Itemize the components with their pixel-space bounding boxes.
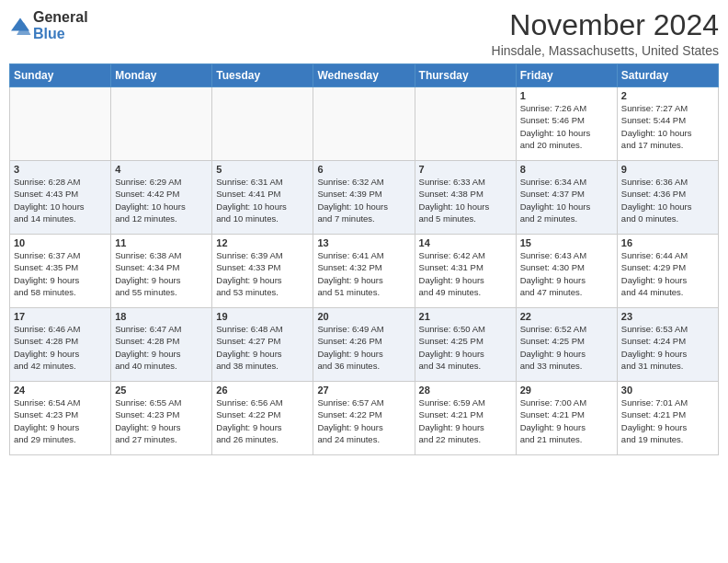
- day-number: 30: [621, 385, 714, 396]
- weekday-header: Thursday: [415, 64, 516, 87]
- calendar-day-cell: 28Sunrise: 6:59 AM Sunset: 4:21 PM Dayli…: [415, 382, 516, 455]
- calendar-week-row: 10Sunrise: 6:37 AM Sunset: 4:35 PM Dayli…: [10, 235, 719, 308]
- day-number: 19: [216, 311, 309, 322]
- calendar-day-cell: 29Sunrise: 7:00 AM Sunset: 4:21 PM Dayli…: [516, 382, 617, 455]
- day-number: 4: [115, 164, 208, 175]
- weekday-header: Monday: [111, 64, 212, 87]
- day-number: 10: [14, 237, 107, 248]
- logo-blue: Blue: [33, 26, 88, 42]
- calendar-day-cell: 9Sunrise: 6:36 AM Sunset: 4:36 PM Daylig…: [617, 161, 718, 235]
- calendar-table: SundayMondayTuesdayWednesdayThursdayFrid…: [9, 63, 719, 455]
- calendar-day-cell: [10, 87, 111, 161]
- day-number: 16: [621, 237, 714, 248]
- day-number: 15: [520, 237, 613, 248]
- day-number: 3: [14, 164, 107, 175]
- day-info: Sunrise: 7:26 AM Sunset: 5:46 PM Dayligh…: [520, 102, 613, 151]
- day-number: 28: [419, 385, 512, 396]
- day-number: 20: [317, 311, 410, 322]
- day-number: 2: [621, 90, 714, 101]
- calendar-day-cell: 23Sunrise: 6:53 AM Sunset: 4:24 PM Dayli…: [617, 308, 718, 382]
- day-info: Sunrise: 6:41 AM Sunset: 4:32 PM Dayligh…: [317, 249, 410, 298]
- day-number: 12: [216, 237, 309, 248]
- calendar-day-cell: [415, 87, 516, 161]
- calendar-day-cell: 20Sunrise: 6:49 AM Sunset: 4:26 PM Dayli…: [313, 308, 415, 382]
- day-info: Sunrise: 6:52 AM Sunset: 4:25 PM Dayligh…: [520, 323, 613, 372]
- day-number: 11: [115, 237, 208, 248]
- calendar-day-cell: 15Sunrise: 6:43 AM Sunset: 4:30 PM Dayli…: [516, 235, 617, 308]
- day-info: Sunrise: 6:53 AM Sunset: 4:24 PM Dayligh…: [621, 323, 714, 372]
- calendar-week-row: 24Sunrise: 6:54 AM Sunset: 4:23 PM Dayli…: [10, 382, 719, 455]
- day-number: 29: [520, 385, 613, 396]
- logo-text: General Blue: [33, 9, 88, 41]
- day-info: Sunrise: 6:55 AM Sunset: 4:23 PM Dayligh…: [115, 396, 208, 445]
- weekday-header: Saturday: [617, 64, 718, 87]
- day-info: Sunrise: 6:49 AM Sunset: 4:26 PM Dayligh…: [317, 323, 410, 372]
- calendar-day-cell: 11Sunrise: 6:38 AM Sunset: 4:34 PM Dayli…: [111, 235, 212, 308]
- day-info: Sunrise: 6:59 AM Sunset: 4:21 PM Dayligh…: [419, 396, 512, 445]
- calendar-day-cell: 19Sunrise: 6:48 AM Sunset: 4:27 PM Dayli…: [212, 308, 313, 382]
- day-number: 26: [216, 385, 309, 396]
- day-info: Sunrise: 6:54 AM Sunset: 4:23 PM Dayligh…: [14, 396, 107, 445]
- day-number: 18: [115, 311, 208, 322]
- calendar-day-cell: 17Sunrise: 6:46 AM Sunset: 4:28 PM Dayli…: [10, 308, 111, 382]
- day-info: Sunrise: 6:28 AM Sunset: 4:43 PM Dayligh…: [14, 176, 107, 224]
- calendar-day-cell: 6Sunrise: 6:32 AM Sunset: 4:39 PM Daylig…: [313, 161, 415, 235]
- weekday-header: Tuesday: [212, 64, 313, 87]
- day-info: Sunrise: 6:32 AM Sunset: 4:39 PM Dayligh…: [317, 176, 410, 224]
- day-number: 14: [419, 237, 512, 248]
- day-number: 27: [317, 385, 410, 396]
- page-header: General Blue November 2024 Hinsdale, Mas…: [9, 9, 719, 58]
- calendar-week-row: 3Sunrise: 6:28 AM Sunset: 4:43 PM Daylig…: [10, 161, 719, 235]
- day-number: 13: [317, 237, 410, 248]
- day-info: Sunrise: 6:38 AM Sunset: 4:34 PM Dayligh…: [115, 249, 208, 298]
- calendar-header-row: SundayMondayTuesdayWednesdayThursdayFrid…: [10, 64, 719, 87]
- calendar-day-cell: 7Sunrise: 6:33 AM Sunset: 4:38 PM Daylig…: [415, 161, 516, 235]
- calendar-day-cell: 21Sunrise: 6:50 AM Sunset: 4:25 PM Dayli…: [415, 308, 516, 382]
- day-number: 25: [115, 385, 208, 396]
- weekday-header: Sunday: [10, 64, 111, 87]
- day-info: Sunrise: 7:01 AM Sunset: 4:21 PM Dayligh…: [621, 396, 714, 445]
- day-info: Sunrise: 6:43 AM Sunset: 4:30 PM Dayligh…: [520, 249, 613, 298]
- calendar-day-cell: [212, 87, 313, 161]
- weekday-header: Friday: [516, 64, 617, 87]
- day-info: Sunrise: 6:46 AM Sunset: 4:28 PM Dayligh…: [14, 323, 107, 372]
- day-info: Sunrise: 6:57 AM Sunset: 4:22 PM Dayligh…: [317, 396, 410, 445]
- calendar-day-cell: 16Sunrise: 6:44 AM Sunset: 4:29 PM Dayli…: [617, 235, 718, 308]
- calendar-day-cell: 13Sunrise: 6:41 AM Sunset: 4:32 PM Dayli…: [313, 235, 415, 308]
- day-info: Sunrise: 7:27 AM Sunset: 5:44 PM Dayligh…: [621, 102, 714, 151]
- calendar-day-cell: 22Sunrise: 6:52 AM Sunset: 4:25 PM Dayli…: [516, 308, 617, 382]
- logo: General Blue: [9, 9, 88, 41]
- logo-icon: [9, 17, 31, 35]
- calendar-day-cell: [111, 87, 212, 161]
- calendar-day-cell: 26Sunrise: 6:56 AM Sunset: 4:22 PM Dayli…: [212, 382, 313, 455]
- day-number: 1: [520, 90, 613, 101]
- weekday-header: Wednesday: [313, 64, 415, 87]
- calendar-day-cell: 10Sunrise: 6:37 AM Sunset: 4:35 PM Dayli…: [10, 235, 111, 308]
- calendar-day-cell: 27Sunrise: 6:57 AM Sunset: 4:22 PM Dayli…: [313, 382, 415, 455]
- day-number: 9: [621, 164, 714, 175]
- day-info: Sunrise: 6:44 AM Sunset: 4:29 PM Dayligh…: [621, 249, 714, 298]
- location: Hinsdale, Massachusetts, United States: [492, 43, 719, 58]
- day-number: 6: [317, 164, 410, 175]
- day-number: 7: [419, 164, 512, 175]
- day-number: 22: [520, 311, 613, 322]
- calendar-week-row: 1Sunrise: 7:26 AM Sunset: 5:46 PM Daylig…: [10, 87, 719, 161]
- calendar-day-cell: 12Sunrise: 6:39 AM Sunset: 4:33 PM Dayli…: [212, 235, 313, 308]
- day-info: Sunrise: 6:50 AM Sunset: 4:25 PM Dayligh…: [419, 323, 512, 372]
- calendar-day-cell: 24Sunrise: 6:54 AM Sunset: 4:23 PM Dayli…: [10, 382, 111, 455]
- calendar-day-cell: 25Sunrise: 6:55 AM Sunset: 4:23 PM Dayli…: [111, 382, 212, 455]
- title-block: November 2024 Hinsdale, Massachusetts, U…: [492, 9, 719, 58]
- calendar-day-cell: [313, 87, 415, 161]
- day-number: 24: [14, 385, 107, 396]
- calendar-day-cell: 5Sunrise: 6:31 AM Sunset: 4:41 PM Daylig…: [212, 161, 313, 235]
- day-info: Sunrise: 6:39 AM Sunset: 4:33 PM Dayligh…: [216, 249, 309, 298]
- day-info: Sunrise: 6:31 AM Sunset: 4:41 PM Dayligh…: [216, 176, 309, 224]
- day-number: 21: [419, 311, 512, 322]
- logo-general: General: [33, 9, 88, 26]
- day-info: Sunrise: 6:36 AM Sunset: 4:36 PM Dayligh…: [621, 176, 714, 224]
- day-info: Sunrise: 6:47 AM Sunset: 4:28 PM Dayligh…: [115, 323, 208, 372]
- calendar-day-cell: 8Sunrise: 6:34 AM Sunset: 4:37 PM Daylig…: [516, 161, 617, 235]
- calendar-day-cell: 4Sunrise: 6:29 AM Sunset: 4:42 PM Daylig…: [111, 161, 212, 235]
- day-info: Sunrise: 6:33 AM Sunset: 4:38 PM Dayligh…: [419, 176, 512, 224]
- calendar-week-row: 17Sunrise: 6:46 AM Sunset: 4:28 PM Dayli…: [10, 308, 719, 382]
